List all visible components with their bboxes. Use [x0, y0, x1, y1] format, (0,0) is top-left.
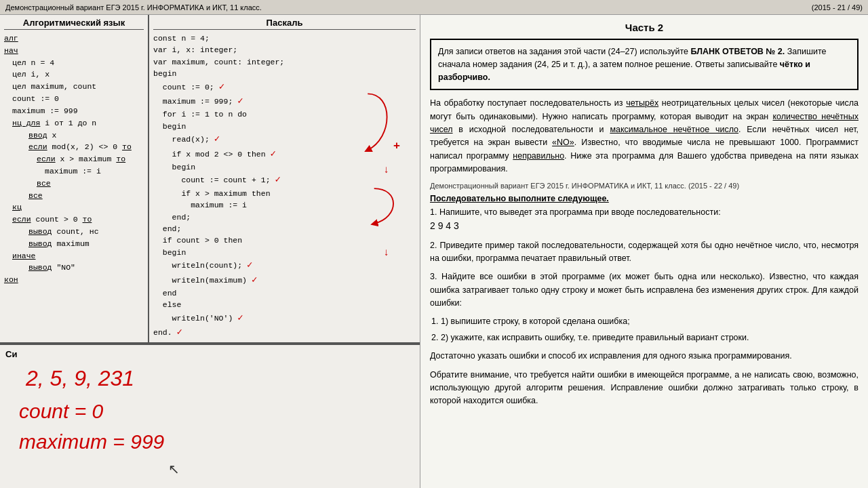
top-bar-left: Демонстрационный вариант ЕГЭ 2015 г. ИНФ…: [5, 3, 262, 12]
pascal-line: else: [153, 299, 416, 310]
pascal-line: count := 0; ✓: [153, 80, 416, 94]
footer-reference: Демонстрационный вариант ЕГЭ 2015 г. ИНФ…: [430, 182, 859, 190]
pascal-line: end;: [153, 211, 416, 223]
algo-line: если mod(x, 2) <> 0 то: [4, 141, 144, 153]
pascal-line: begin: [153, 161, 416, 173]
algo-line: кц: [4, 201, 144, 214]
task-box-text: Для записи ответов на задания этой части…: [438, 47, 826, 82]
algo-line: нц для i от 1 до n: [4, 117, 144, 129]
si-header: Си: [5, 349, 414, 359]
algo-line: вывод maximum: [4, 238, 144, 250]
algo-line: кон: [4, 274, 144, 286]
algo-line: вывод "NO": [4, 262, 144, 274]
algo-line: цел n = 4: [4, 57, 144, 69]
pascal-line: end. ✓: [153, 325, 416, 340]
algo-line: нач: [4, 45, 144, 57]
code-table: Алгоритмический язык алг нач цел n = 4 ц…: [0, 15, 420, 344]
algo-line: все: [4, 190, 144, 202]
task3-sub1: 1) выпишите строку, в которой сделана ош…: [441, 315, 859, 328]
pascal-line: begin: [153, 68, 416, 79]
pascal-line: var i, x: integer;: [153, 44, 416, 56]
task1-text: 1. Напишите, что выведет эта программа п…: [430, 206, 859, 234]
task3-sub2: 2) укажите, как исправить ошибку, т.е. п…: [441, 331, 859, 344]
warning-text: Обратите внимание, что требуется найти о…: [430, 369, 859, 408]
pascal-header: Паскаль: [153, 18, 416, 30]
handwritten-sequence: 2, 5, 9, 231: [26, 366, 134, 391]
algo-line: если x > maximum то: [4, 153, 144, 165]
task1-label: 1. Напишите, что выведет эта программа п…: [430, 207, 721, 217]
algo-header: Алгоритмический язык: [4, 18, 144, 30]
cursor-indicator: ↖: [168, 461, 180, 477]
task3-text: 3. Найдите все ошибки в этой программе (…: [430, 270, 859, 310]
handwritten-maximum: maximum = 999: [19, 430, 164, 453]
algo-line: maximum := 999: [4, 105, 144, 117]
algo-line: count := 0: [4, 93, 144, 105]
task1-sequence: 2 9 4 3: [430, 220, 459, 231]
pascal-line: writeln('NO') ✓: [153, 311, 416, 325]
task2-text: 2. Приведите пример такой последовательн…: [430, 239, 859, 266]
pascal-line: maximum := i: [153, 199, 416, 211]
algo-line: maximum := i: [4, 165, 144, 178]
pascal-line: maximum := 999; ✓: [153, 94, 416, 108]
pascal-line: for i := 1 to n do: [153, 108, 416, 120]
pascal-line: end: [153, 287, 416, 299]
algo-line: если count > 0 то: [4, 214, 144, 226]
algo-line: все: [4, 178, 144, 190]
si-section: Си 2, 5, 9, 231 count = 0 maximum = 999 …: [0, 344, 420, 488]
algo-line: ввод x: [4, 129, 144, 142]
pascal-line: var maximum, count: integer;: [153, 56, 416, 68]
handwritten-count: count = 0: [19, 400, 103, 423]
main-content: Алгоритмический язык алг нач цел n = 4 ц…: [0, 15, 868, 488]
pascal-line: read(x); ✓: [153, 132, 416, 146]
problem-description: На обработку поступает последовательност…: [430, 97, 859, 176]
right-panel[interactable]: Часть 2 Для записи ответов на задания эт…: [420, 15, 868, 488]
pascal-line: writeln(count); ✓: [153, 258, 416, 272]
task-instruction-box: Для записи ответов на задания этой части…: [430, 39, 859, 90]
algo-column: Алгоритмический язык алг нач цел n = 4 ц…: [0, 15, 149, 342]
pascal-line: const n = 4;: [153, 33, 416, 44]
pascal-line: if x > maximum then: [153, 188, 416, 199]
task3-sublist: 1) выпишите строку, в которой сделана ош…: [430, 315, 859, 344]
pascal-line: if x mod 2 <> 0 then ✓: [153, 147, 416, 161]
top-bar-right: (2015 - 21 / 49): [812, 3, 863, 12]
pascal-line: begin: [153, 247, 416, 258]
part-title: Часть 2: [430, 22, 859, 33]
algo-line: иначе: [4, 250, 144, 262]
algo-line: цел maximum, count: [4, 81, 144, 93]
pascal-line: writeln(maximum) ✓: [153, 273, 416, 287]
top-bar: Демонстрационный вариант ЕГЭ 2015 г. ИНФ…: [0, 0, 868, 15]
pascal-line: end;: [153, 223, 416, 235]
algo-line: цел i, x: [4, 68, 144, 81]
pascal-line: if count > 0 then: [153, 235, 416, 246]
algo-line: вывод count, нс: [4, 226, 144, 238]
pascal-line: count := count + 1; ✓: [153, 173, 416, 187]
pascal-column: Паскаль const n = 4; var i, x: integer; …: [149, 15, 420, 342]
left-panel: Алгоритмический язык алг нач цел n = 4 ц…: [0, 15, 420, 488]
pascal-line: begin: [153, 121, 416, 132]
algo-line: алг: [4, 33, 144, 45]
task3-footer: Достаточно указать ошибки и способ их ис…: [430, 350, 859, 363]
sequential-title: Последовательно выполните следующее.: [430, 194, 859, 203]
